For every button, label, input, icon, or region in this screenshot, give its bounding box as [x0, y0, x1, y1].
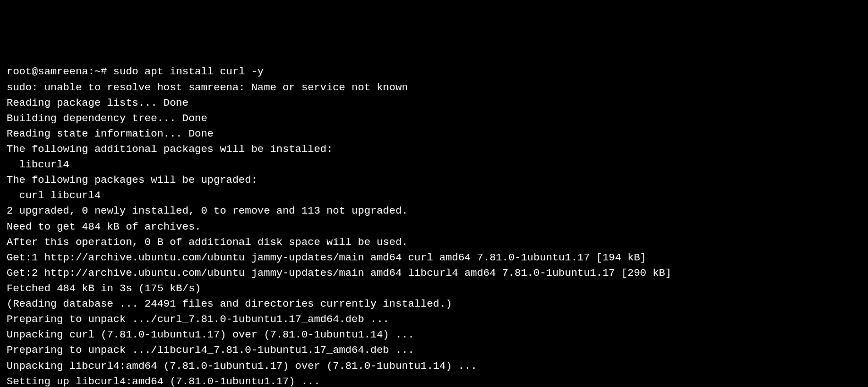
output-line: Fetched 484 kB in 3s (175 kB/s): [7, 281, 861, 296]
output-line: Reading package lists... Done: [7, 95, 861, 111]
output-line: Preparing to unpack .../curl_7.81.0-1ubu…: [7, 312, 861, 327]
prompt-user: root@samreena: [7, 66, 88, 78]
output-line: Preparing to unpack .../libcurl4_7.81.0-…: [7, 342, 861, 358]
prompt-path: ~: [95, 66, 101, 78]
output-line: The following packages will be upgraded:: [7, 172, 861, 188]
output-line: Unpacking libcurl4:amd64 (7.81.0-1ubuntu…: [7, 358, 861, 374]
command-text: sudo apt install curl -y: [113, 66, 264, 78]
output-line: Unpacking curl (7.81.0-1ubuntu1.17) over…: [7, 327, 861, 342]
output-line: libcurl4: [7, 157, 861, 172]
output-line: sudo: unable to resolve host samreena: N…: [7, 80, 861, 95]
prompt-separator: :: [88, 66, 94, 78]
output-line: curl libcurl4: [7, 188, 861, 203]
output-line: Need to get 484 kB of archives.: [7, 219, 861, 235]
output-line: Get:2 http://archive.ubuntu.com/ubuntu j…: [7, 265, 861, 281]
prompt-hash: #: [101, 66, 113, 78]
output-line: Building dependency tree... Done: [7, 111, 861, 126]
terminal-window[interactable]: root@samreena:~# sudo apt install curl -…: [7, 64, 861, 387]
output-line: Get:1 http://archive.ubuntu.com/ubuntu j…: [7, 250, 861, 265]
output-line: The following additional packages will b…: [7, 141, 861, 157]
command-line-1: root@samreena:~# sudo apt install curl -…: [7, 64, 861, 79]
output-line: Reading state information... Done: [7, 126, 861, 141]
output-line: 2 upgraded, 0 newly installed, 0 to remo…: [7, 203, 861, 219]
output-line: (Reading database ... 24491 files and di…: [7, 296, 861, 312]
output-line: After this operation, 0 B of additional …: [7, 235, 861, 250]
output-line: Setting up libcurl4:amd64 (7.81.0-1ubunt…: [7, 374, 861, 387]
